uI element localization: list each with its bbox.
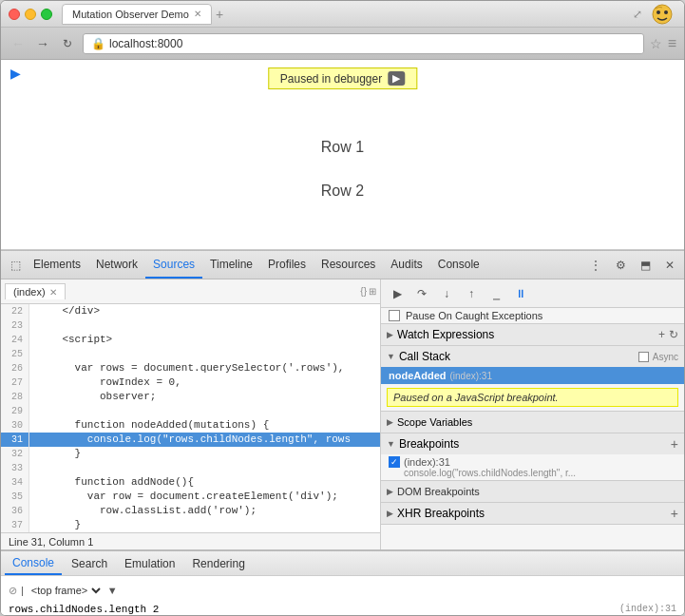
menu-icon[interactable]: ≡: [668, 35, 676, 52]
code-line-33: 33: [1, 461, 380, 475]
breakpoints-section: ▼ Breakpoints + ✓ (index):31 console.log…: [381, 433, 684, 481]
breakpoint-item-31[interactable]: ✓ (index):31 console.log("rows.childNode…: [381, 454, 684, 480]
devtools-toolbar: ⬚ Elements Network Sources Timeline Prof…: [1, 251, 684, 279]
watch-label: Watch Expressions: [397, 328, 494, 341]
dom-breakpoints-header[interactable]: ▶ DOM Breakpoints: [381, 481, 684, 502]
breakpoint-checkbox[interactable]: ✓: [389, 456, 400, 468]
watch-header[interactable]: ▶ Watch Expressions + ↻: [381, 324, 684, 345]
add-watch-icon[interactable]: +: [658, 328, 665, 341]
callstack-fn-file: (index):31: [450, 371, 492, 381]
step-out-button[interactable]: ↑: [461, 283, 482, 304]
url-bar[interactable]: 🔒 localhost:8000: [83, 33, 644, 54]
refresh-watch-icon[interactable]: ↻: [669, 328, 678, 341]
filter-separator: |: [21, 585, 24, 596]
tab-elements[interactable]: Elements: [26, 252, 88, 279]
tab-area: Mutation Observer Demo ✕ +: [62, 4, 633, 25]
close-button[interactable]: [9, 9, 20, 20]
tab-emulation-bottom[interactable]: Emulation: [117, 552, 182, 575]
refresh-button[interactable]: ↻: [58, 34, 77, 53]
add-breakpoint-icon[interactable]: +: [671, 436, 678, 452]
tab-resources[interactable]: Resources: [314, 252, 383, 279]
pause-on-exceptions-row: Pause On Caught Exceptions: [381, 308, 684, 323]
tab-close-icon[interactable]: ✕: [194, 9, 201, 19]
deactivate-breakpoints-button[interactable]: ⎯: [485, 283, 506, 304]
dock-icon[interactable]: ⬒: [635, 255, 656, 276]
tab-search-bottom[interactable]: Search: [64, 552, 115, 575]
callstack-label: Call Stack: [399, 350, 450, 363]
scope-header[interactable]: ▶ Scope Variables: [381, 412, 684, 433]
breakpoints-arrow-icon: ▼: [387, 439, 395, 449]
tab-audits[interactable]: Audits: [383, 252, 429, 279]
close-devtools-icon[interactable]: ✕: [659, 255, 680, 276]
new-tab-icon[interactable]: +: [216, 7, 223, 22]
resume-icon: ▶: [392, 72, 400, 84]
tab-sources[interactable]: Sources: [145, 252, 202, 279]
tab-profiles[interactable]: Profiles: [260, 252, 314, 279]
customize-icon[interactable]: ⋮: [585, 255, 606, 276]
code-line-37: 37 }: [1, 518, 380, 532]
code-line-23: 23: [1, 318, 380, 333]
xhr-breakpoints-section: ▶ XHR Breakpoints +: [381, 503, 684, 525]
code-line-30: 30 function nodeAdded(mutations) {: [1, 418, 380, 433]
debugger-resume-button[interactable]: ▶: [388, 71, 405, 86]
dom-bp-arrow-icon: ▶: [387, 487, 393, 496]
maximize-button[interactable]: [41, 9, 52, 20]
console-body: ⊘ | <top frame> ▼ rows.childNodes.length…: [1, 576, 684, 616]
xhr-breakpoints-header[interactable]: ▶ XHR Breakpoints +: [381, 503, 684, 524]
tab-network[interactable]: Network: [88, 252, 145, 279]
svg-point-1: [656, 10, 660, 14]
pause-button[interactable]: ⏸: [510, 283, 531, 304]
watch-expressions-section: ▶ Watch Expressions + ↻: [381, 324, 684, 346]
bookmark-icon[interactable]: ☆: [650, 36, 662, 51]
addressbar: ← → ↻ 🔒 localhost:8000 ☆ ≡: [1, 28, 684, 60]
code-status-bar: Line 31, Column 1: [1, 532, 380, 549]
breakpoints-header[interactable]: ▼ Breakpoints +: [381, 433, 684, 454]
watch-arrow-icon: ▶: [387, 330, 393, 339]
code-line-31: 31 console.log("rows.childNodes.length",…: [1, 433, 380, 447]
url-text: localhost:8000: [109, 37, 182, 50]
console-output-text: rows.childNodes.length 2: [9, 604, 159, 615]
pause-exceptions-checkbox[interactable]: [389, 310, 400, 321]
add-xhr-breakpoint-icon[interactable]: +: [671, 506, 678, 521]
code-line-25: 25: [1, 347, 380, 361]
forward-button[interactable]: →: [33, 34, 52, 53]
resume-debug-button[interactable]: ▶: [387, 283, 408, 304]
tab-console[interactable]: Console: [430, 252, 487, 279]
code-lines: 22 </div> 23 24 <script> 25 26 var rows …: [1, 304, 380, 532]
file-tab-close-icon[interactable]: ✕: [49, 287, 57, 298]
tab-rendering-bottom[interactable]: Rendering: [184, 552, 252, 575]
callstack-section: ▼ Call Stack Async nodeAdded (index):31 …: [381, 346, 684, 412]
pretty-print-icon[interactable]: {}: [360, 286, 367, 297]
scope-label: Scope Variables: [397, 416, 472, 428]
debugger-banner-text: Paused in debugger: [280, 72, 382, 86]
back-button[interactable]: ←: [9, 34, 28, 53]
webpage: ▶ Paused in debugger ▶ Row 1 Row 2: [1, 60, 684, 250]
format-icon[interactable]: ⊞: [369, 286, 376, 297]
async-checkbox[interactable]: [638, 352, 649, 362]
xhr-breakpoints-label: XHR Breakpoints: [397, 507, 485, 520]
svg-point-2: [664, 10, 668, 14]
callstack-item-node-added[interactable]: nodeAdded (index):31: [381, 367, 684, 384]
tab-console-bottom[interactable]: Console: [5, 552, 62, 575]
breakpoint-code: console.log("rows.childNodes.length", r.…: [404, 468, 613, 478]
settings-icon[interactable]: ⚙: [610, 255, 631, 276]
expand-icon[interactable]: ⤢: [633, 8, 642, 21]
debugger-controls: ▶ ↷ ↓ ↑ ⎯ ⏸: [381, 279, 684, 308]
step-over-button[interactable]: ↷: [411, 283, 432, 304]
console-output-line-1: rows.childNodes.length 2 (index):31: [9, 603, 676, 616]
inspect-element-icon[interactable]: ⬚: [5, 255, 26, 276]
context-select[interactable]: <top frame>: [28, 584, 104, 597]
file-tab-index[interactable]: (index) ✕: [5, 283, 66, 299]
titlebar: Mutation Observer Demo ✕ + ⤢: [1, 1, 684, 28]
tab-timeline[interactable]: Timeline: [202, 252, 260, 279]
step-into-button[interactable]: ↓: [436, 283, 457, 304]
console-output: rows.childNodes.length 2 (index):31: [9, 603, 676, 616]
minimize-button[interactable]: [25, 9, 36, 20]
callstack-header[interactable]: ▼ Call Stack Async: [381, 346, 684, 367]
console-file-ref[interactable]: (index):31: [619, 604, 676, 615]
scope-arrow-icon: ▶: [387, 417, 393, 427]
breakpoint-row-top: ✓ (index):31: [389, 456, 676, 468]
code-area[interactable]: 22 </div> 23 24 <script> 25 26 var rows …: [1, 304, 380, 532]
browser-tab[interactable]: Mutation Observer Demo ✕: [62, 4, 212, 25]
code-status-text: Line 31, Column 1: [9, 536, 93, 548]
